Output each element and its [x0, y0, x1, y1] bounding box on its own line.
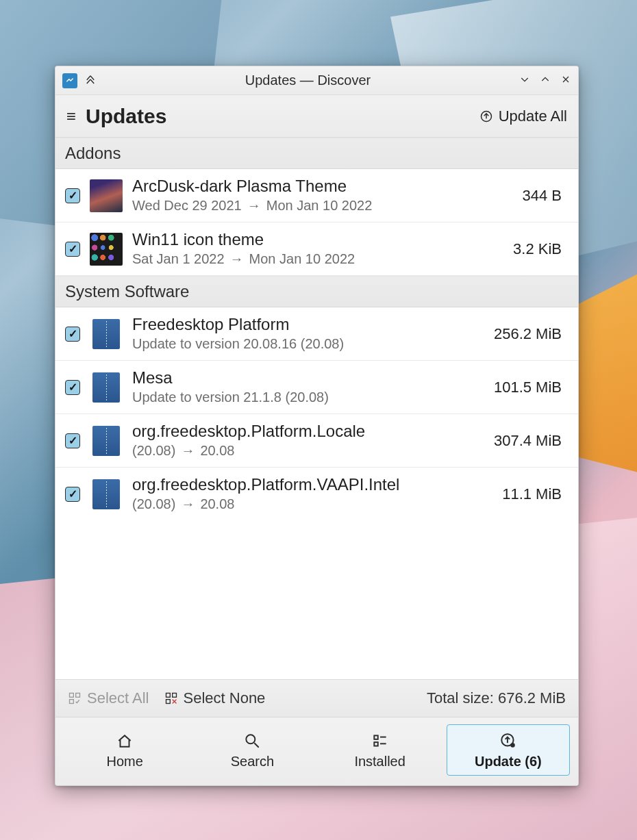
select-none-label: Select None	[184, 689, 266, 707]
menu-icon[interactable]: ≡	[66, 107, 76, 126]
nav-home-label: Home	[106, 754, 142, 769]
titlebar[interactable]: Updates — Discover	[55, 66, 578, 95]
package-size: 344 B	[523, 187, 569, 205]
app-icon	[62, 73, 77, 88]
package-icon	[92, 479, 120, 509]
arrow-right-icon: →	[181, 442, 195, 460]
package-icon	[90, 179, 123, 212]
update-row[interactable]: Win11 icon theme Sat Jan 1 2022 → Mon Ja…	[55, 222, 578, 276]
maximize-button[interactable]	[540, 74, 551, 88]
package-icon	[92, 319, 120, 349]
update-row[interactable]: ArcDusk-dark Plasma Theme Wed Dec 29 202…	[55, 169, 578, 222]
close-button[interactable]	[560, 74, 571, 88]
update-all-button[interactable]: Update All	[479, 107, 567, 125]
package-subtitle: Update to version 21.1.8 (20.08)	[132, 388, 484, 407]
nav-installed-label: Installed	[354, 754, 405, 769]
package-name: org.freedesktop.Platform.Locale	[132, 421, 484, 442]
nav-home[interactable]: Home	[64, 724, 186, 776]
checkbox[interactable]	[65, 487, 80, 502]
package-icon	[90, 233, 123, 266]
package-size: 256.2 MiB	[494, 325, 569, 343]
update-row[interactable]: org.freedesktop.Platform.VAAPI.Intel (20…	[55, 468, 578, 520]
total-size-label: Total size: 676.2 MiB	[427, 689, 566, 707]
nav-update[interactable]: Update (6)	[447, 724, 570, 776]
checkbox[interactable]	[65, 188, 80, 203]
update-all-label: Update All	[499, 107, 567, 125]
checkbox[interactable]	[65, 433, 80, 448]
svg-rect-8	[374, 735, 377, 739]
package-size: 3.2 KiB	[513, 240, 569, 258]
nav-installed[interactable]: Installed	[319, 724, 441, 776]
svg-rect-3	[70, 700, 74, 704]
arrow-right-icon: →	[181, 495, 195, 513]
package-subtitle: Update to version 20.08.16 (20.08)	[132, 335, 484, 353]
update-row[interactable]: org.freedesktop.Platform.Locale (20.08) …	[55, 414, 578, 468]
package-icon	[92, 426, 120, 456]
nav-search[interactable]: Search	[191, 724, 313, 776]
nav-update-label: Update (6)	[475, 754, 542, 769]
window-title: Updates — Discover	[97, 73, 519, 88]
svg-rect-2	[76, 693, 80, 698]
selection-bar: Select All Select None Total size: 676.2…	[55, 679, 578, 717]
package-name: Freedesktop Platform	[132, 314, 484, 335]
checkbox[interactable]	[65, 380, 80, 395]
page-header: ≡ Updates Update All	[55, 95, 578, 138]
package-subtitle: (20.08) → 20.08	[132, 495, 492, 513]
package-size: 101.5 MiB	[494, 379, 569, 396]
package-size: 11.1 MiB	[502, 485, 569, 503]
package-subtitle: Sat Jan 1 2022 → Mon Jan 10 2022	[132, 250, 503, 268]
desktop-wallpaper: Updates — Discover ≡ Updates Update All …	[0, 0, 637, 840]
svg-point-11	[510, 743, 515, 748]
nav-search-label: Search	[231, 754, 274, 769]
checkbox[interactable]	[65, 327, 80, 342]
svg-rect-9	[374, 742, 377, 746]
discover-window: Updates — Discover ≡ Updates Update All …	[55, 66, 579, 786]
select-all-label: Select All	[87, 689, 149, 707]
svg-rect-4	[166, 693, 170, 698]
package-subtitle: (20.08) → 20.08	[132, 442, 484, 460]
package-icon	[92, 372, 120, 403]
page-title: Updates	[86, 105, 479, 128]
package-size: 307.4 MiB	[494, 432, 569, 450]
package-name: ArcDusk-dark Plasma Theme	[132, 176, 513, 196]
group-header-addons: Addons	[55, 138, 578, 169]
svg-rect-6	[166, 700, 170, 704]
select-none-button[interactable]: Select None	[164, 689, 266, 707]
checkbox[interactable]	[65, 242, 80, 257]
group-header-system: System Software	[55, 276, 578, 307]
svg-rect-1	[70, 693, 74, 698]
package-name: Mesa	[132, 368, 484, 388]
updates-list[interactable]: Addons ArcDusk-dark Plasma Theme Wed Dec…	[55, 138, 578, 679]
select-all-button[interactable]: Select All	[68, 689, 149, 707]
update-row[interactable]: Mesa Update to version 21.1.8 (20.08) 10…	[55, 361, 578, 414]
svg-point-7	[247, 735, 255, 743]
package-subtitle: Wed Dec 29 2021 → Mon Jan 10 2022	[132, 196, 513, 215]
svg-rect-5	[172, 693, 176, 698]
minimize-button[interactable]	[519, 74, 530, 88]
package-name: org.freedesktop.Platform.VAAPI.Intel	[132, 474, 492, 495]
keep-above-icon[interactable]	[84, 73, 97, 88]
arrow-right-icon: →	[230, 250, 244, 268]
bottom-nav: Home Search Installed Update (6)	[55, 717, 578, 785]
package-name: Win11 icon theme	[132, 229, 503, 250]
arrow-right-icon: →	[247, 196, 261, 215]
update-row[interactable]: Freedesktop Platform Update to version 2…	[55, 307, 578, 361]
